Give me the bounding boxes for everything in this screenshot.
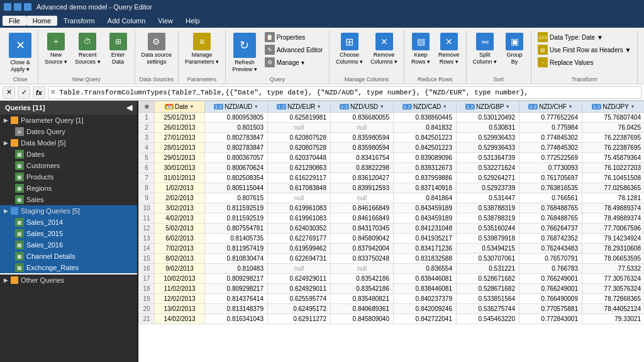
properties-button[interactable]: 📋 Properties bbox=[262, 31, 325, 43]
sidebar-group-staging: ▶ Staging Queries [5] ▦ Sales_2014 ▦ Sal… bbox=[0, 205, 137, 274]
sales-label: Sales bbox=[26, 196, 44, 203]
sidebar-collapse-button[interactable]: ◀ bbox=[126, 103, 132, 112]
menu-help[interactable]: Help bbox=[179, 16, 206, 26]
formula-input[interactable] bbox=[48, 86, 641, 99]
sidebar-title: Queries [11] bbox=[5, 104, 45, 111]
save-icon[interactable] bbox=[4, 3, 11, 11]
keep-rows-button[interactable]: ▤ KeepRows ▾ bbox=[408, 31, 433, 67]
group-by-button[interactable]: ▣ GroupBy bbox=[502, 31, 527, 67]
ribbon-group-combine: ⊕ Merge Queries ▼ ⊞ Append Queries ▼ ⊗ C… bbox=[638, 30, 644, 84]
undo-icon[interactable] bbox=[14, 3, 21, 11]
sidebar: Queries [11] ◀ ▶ Parameter Query [1] fx … bbox=[0, 101, 138, 362]
table-row: 428/01/20130.8027838470.6208075280.83598… bbox=[139, 143, 645, 153]
table-row: 81/02/20130.8051150440.6170838480.839912… bbox=[139, 183, 645, 193]
sidebar-group-header-staging[interactable]: ▶ Staging Queries [5] bbox=[0, 205, 137, 217]
sidebar-item-sales-2015[interactable]: ▦ Sales_2015 bbox=[0, 228, 137, 239]
sales-2016-icon: ▦ bbox=[15, 240, 24, 249]
sidebar-group-header-parameter-query[interactable]: ▶ Parameter Query [1] bbox=[0, 115, 137, 126]
sidebar-group-header-other[interactable]: ▶ Other Queries bbox=[0, 274, 137, 286]
sidebar-item-dates-query[interactable]: fx Dates Query bbox=[0, 126, 137, 137]
table-row: 136/02/20130.814057350.6227691770.845809… bbox=[139, 234, 645, 244]
table-row: 125/02/20130.8075547810.6240303520.84317… bbox=[139, 223, 645, 234]
sidebar-item-regions[interactable]: ▦ Regions bbox=[0, 183, 137, 194]
sales-table-icon: ▦ bbox=[15, 195, 24, 204]
other-folder-icon bbox=[11, 276, 18, 284]
ribbon-group-data-sources: ⚙ Data sourcesettings Data Sources bbox=[135, 30, 179, 84]
customers-table-icon: ▦ bbox=[15, 161, 24, 170]
col-header-nzd-usd[interactable]: 1.2 NZD/USD ▼ bbox=[331, 101, 394, 113]
menu-transform[interactable]: Transform bbox=[57, 16, 101, 26]
new-source-button[interactable]: ＋ NewSource ▾ bbox=[42, 31, 70, 67]
ribbon-group-new-query: ＋ NewSource ▾ ⏱ RecentSources ▾ ⊞ EnterD… bbox=[38, 30, 135, 84]
sales-2015-icon: ▦ bbox=[15, 229, 24, 238]
col-header-nzd-chf[interactable]: 1.2 NZD/CHF ▼ bbox=[519, 101, 582, 113]
data-grid[interactable]: ⊞ 📅 Date ▼ 1.2 bbox=[138, 101, 644, 362]
ribbon-group-query: ↻ RefreshPreview ▾ 📋 Properties ✎ Advanc… bbox=[226, 30, 330, 84]
staging-folder-icon bbox=[11, 207, 18, 215]
sales-2014-icon: ▦ bbox=[15, 218, 24, 227]
choose-columns-button[interactable]: ⊞ ChooseColumns ▾ bbox=[333, 31, 365, 67]
sidebar-item-sales-2016[interactable]: ▦ Sales_2016 bbox=[0, 239, 137, 251]
regions-label: Regions bbox=[26, 184, 52, 192]
manage-parameters-button[interactable]: ≡ ManageParameters ▾ bbox=[182, 31, 221, 67]
col-header-nzd-gbp[interactable]: 1.2 NZD/GBP ▼ bbox=[457, 101, 519, 113]
col-header-nzd-aud[interactable]: 1.2 NZD/AUD ▼ bbox=[205, 101, 268, 113]
dates-query-label: Dates Query bbox=[26, 128, 65, 135]
data-type-button[interactable]: 123 Data Type: Date ▼ bbox=[535, 31, 633, 43]
col-header-nzd-cad[interactable]: 1.2 NZD/CAD ▼ bbox=[394, 101, 457, 113]
parameter-query-label: Parameter Query [1] bbox=[21, 116, 84, 124]
menu-home[interactable]: Home bbox=[26, 16, 57, 26]
exchcnge-rates-icon: ▦ bbox=[15, 263, 24, 272]
col-header-date[interactable]: 📅 Date ▼ bbox=[155, 101, 205, 113]
ribbon: ✕ Close &Apply ▾ Close ＋ NewSource ▾ ⏱ R… bbox=[0, 28, 644, 84]
sidebar-group-header-data-model[interactable]: ▶ Data Model [5] bbox=[0, 137, 137, 149]
sales-2016-label: Sales_2016 bbox=[26, 241, 63, 249]
sidebar-item-products[interactable]: ▦ Products bbox=[0, 171, 137, 183]
menu-add-column[interactable]: Add Column bbox=[101, 16, 152, 26]
products-label: Products bbox=[26, 173, 53, 181]
replace-values-button[interactable]: ↔ Replace Values bbox=[535, 57, 633, 68]
sidebar-item-channel-details[interactable]: ▦ Channel Details bbox=[0, 251, 137, 262]
sidebar-item-dates[interactable]: ▦ Dates bbox=[0, 149, 137, 160]
menu-view[interactable]: View bbox=[152, 16, 179, 26]
data-model-folder-icon bbox=[11, 139, 18, 147]
data-model-label: Data Model [5] bbox=[21, 139, 66, 147]
use-first-row-button[interactable]: ▤ Use First Row as Headers ▼ bbox=[535, 44, 633, 55]
ribbon-group-transform: 123 Data Type: Date ▼ ▤ Use First Row as… bbox=[531, 30, 638, 84]
table-row: 2114/02/20130.8163410430.629112720.84580… bbox=[139, 314, 645, 324]
append-queries-button[interactable]: ⊞ Append Queries ▼ bbox=[641, 44, 644, 55]
combine-button[interactable]: ⊗ Combine bbox=[641, 57, 644, 68]
col-header-nzd-jpy[interactable]: 1.2 NZD/JPY ▼ bbox=[582, 101, 645, 113]
remove-columns-button[interactable]: ✕ RemoveColumns ▾ bbox=[368, 31, 400, 67]
enter-data-button[interactable]: ⊞ EnterData bbox=[106, 31, 131, 67]
formula-fx-button[interactable]: fx bbox=[33, 86, 45, 99]
merge-queries-button[interactable]: ⊕ Merge Queries ▼ bbox=[641, 31, 644, 43]
sidebar-item-customers[interactable]: ▦ Customers bbox=[0, 160, 137, 171]
data-source-settings-button[interactable]: ⚙ Data sourcesettings bbox=[139, 31, 175, 67]
data-table: ⊞ 📅 Date ▼ 1.2 bbox=[138, 101, 644, 324]
table-row: 1912/02/20130.8143764140.6255957740.8354… bbox=[139, 294, 645, 304]
col-header-nzd-eur[interactable]: 1.2 NZD/EUR ▼ bbox=[268, 101, 331, 113]
table-row: 125/01/20130.8009538050.6258199810.83668… bbox=[139, 113, 645, 123]
redo-icon[interactable] bbox=[24, 3, 31, 11]
sidebar-item-exchcnge-rates[interactable]: ▦ Exchcnge_Rates bbox=[0, 262, 137, 274]
sidebar-item-sales[interactable]: ▦ Sales bbox=[0, 194, 137, 205]
table-row: 226/01/20130.801503nullnull0.8418320.530… bbox=[139, 123, 645, 133]
refresh-preview-button[interactable]: ↻ RefreshPreview ▾ bbox=[230, 31, 260, 74]
menu-file[interactable]: File bbox=[3, 16, 26, 26]
channel-details-icon: ▦ bbox=[15, 252, 24, 261]
other-label: Other Queries bbox=[21, 276, 64, 284]
manage-button[interactable]: ⚙ Manage ▾ bbox=[262, 57, 325, 68]
close-apply-button[interactable]: ✕ Close &Apply ▾ bbox=[6, 31, 34, 74]
table-row: 147/02/20130.8119574190.6195994620.83794… bbox=[139, 244, 645, 254]
sidebar-item-sales-2014[interactable]: ▦ Sales_2014 bbox=[0, 217, 137, 228]
advanced-editor-button[interactable]: ✎ Advanced Editor bbox=[262, 44, 325, 55]
customers-label: Customers bbox=[26, 162, 60, 169]
formula-confirm-button[interactable]: ✓ bbox=[18, 86, 30, 99]
formula-cancel-button[interactable]: ✕ bbox=[3, 86, 15, 99]
recent-sources-button[interactable]: ⏱ RecentSources ▾ bbox=[72, 31, 103, 67]
regions-table-icon: ▦ bbox=[15, 184, 24, 193]
split-column-button[interactable]: ⫘ SplitColumn ▾ bbox=[470, 31, 500, 67]
remove-rows-button[interactable]: ✕ RemoveRows ▾ bbox=[436, 31, 462, 67]
table-row: 1811/02/20130.8092982170.6249290110.8354… bbox=[139, 284, 645, 294]
